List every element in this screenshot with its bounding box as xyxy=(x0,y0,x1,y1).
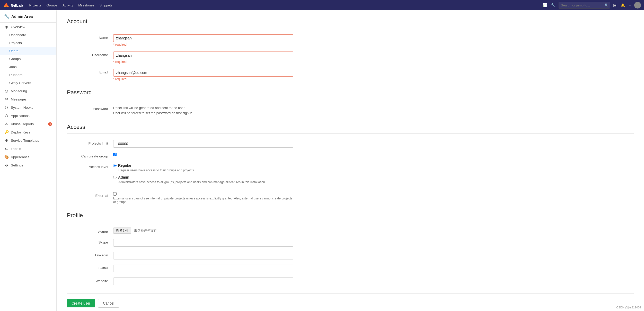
nav-projects[interactable]: Projects xyxy=(27,2,43,8)
search-wrapper: 🔍 xyxy=(559,2,610,9)
sidebar-label-runners: Runners xyxy=(9,73,22,77)
wrench-icon[interactable]: 🔧 xyxy=(550,2,557,8)
sidebar-item-gitaly[interactable]: Gitaly Servers xyxy=(0,79,56,87)
external-checkbox[interactable] xyxy=(113,192,117,196)
sidebar-item-monitoring[interactable]: ◎ Monitoring xyxy=(0,87,56,95)
projects-limit-row: Projects limit xyxy=(67,140,634,148)
twitter-input[interactable] xyxy=(113,265,293,272)
avatar-label: Avatar xyxy=(67,228,113,234)
sidebar-label-appearance: Appearance xyxy=(11,155,30,159)
nav-activity[interactable]: Activity xyxy=(60,2,75,8)
sidebar-label-dashboard: Dashboard xyxy=(9,33,26,37)
nav-icon-c[interactable]: + xyxy=(628,2,632,8)
email-input[interactable] xyxy=(113,69,293,77)
sidebar-label-users: Users xyxy=(9,49,18,53)
abuse-reports-badge: 0 xyxy=(48,122,52,126)
sidebar-item-system-hooks[interactable]: ⛓ System Hooks xyxy=(0,103,56,112)
sidebar-label-messages: Messages xyxy=(11,97,27,101)
linkedin-label: Linkedin xyxy=(67,252,113,257)
sidebar-item-settings[interactable]: ⚙ Settings xyxy=(0,161,56,169)
radio-admin-option: Admin xyxy=(113,175,293,179)
nav-icon-b[interactable]: 🔔 xyxy=(620,2,626,8)
admin-radio-label: Admin xyxy=(118,175,129,179)
sidebar-admin-label: Admin Area xyxy=(11,14,33,19)
create-user-button[interactable]: Create user xyxy=(67,299,95,307)
sidebar-item-projects[interactable]: Projects xyxy=(0,39,56,47)
name-field: * required xyxy=(113,34,293,46)
radio-admin[interactable] xyxy=(113,176,117,179)
website-input[interactable] xyxy=(113,278,293,285)
abuse-reports-icon: ⚠ xyxy=(4,122,9,126)
nav-links: Projects Groups Activity Milestones Snip… xyxy=(27,2,542,8)
password-field: Reset link will be generated and sent to… xyxy=(113,105,293,115)
sidebar-label-groups: Groups xyxy=(9,57,21,61)
avatar-no-file: 未选择任何文件 xyxy=(134,229,157,232)
sidebar-item-service-templates[interactable]: ⚙ Service Templates xyxy=(0,136,56,145)
sidebar-label-settings: Settings xyxy=(11,163,23,167)
projects-limit-input[interactable] xyxy=(113,140,293,148)
twitter-label: Twitter xyxy=(67,265,113,270)
nav-groups[interactable]: Groups xyxy=(44,2,59,8)
main-content: Account Name * required Username * requi… xyxy=(57,10,644,311)
labels-icon: 🏷 xyxy=(4,147,9,151)
sidebar-item-applications[interactable]: ⬡ Applications xyxy=(0,112,56,120)
avatar-file-button[interactable]: 选择文件 xyxy=(113,228,131,234)
sidebar-label-jobs: Jobs xyxy=(9,65,17,69)
cancel-button[interactable]: Cancel xyxy=(98,299,119,308)
external-row: External External users cannot see inter… xyxy=(67,192,634,204)
external-field: External users cannot see internal or pr… xyxy=(113,192,293,204)
brand-logo[interactable]: GitLab xyxy=(3,2,23,8)
sidebar-label-system-hooks: System Hooks xyxy=(11,106,33,110)
user-avatar[interactable] xyxy=(634,2,641,9)
can-create-group-checkbox[interactable] xyxy=(113,153,117,156)
name-input[interactable] xyxy=(113,34,293,42)
profile-title: Profile xyxy=(67,212,634,222)
avatar-row: Avatar 选择文件 未选择任何文件 xyxy=(67,228,634,234)
nav-search-input[interactable] xyxy=(559,2,610,9)
account-title: Account xyxy=(67,18,634,28)
stats-icon[interactable]: 📊 xyxy=(542,2,548,8)
nav-milestones[interactable]: Milestones xyxy=(76,2,96,8)
radio-regular[interactable] xyxy=(113,164,117,167)
nav-snippets[interactable]: Snippets xyxy=(97,2,114,8)
sidebar-item-labels[interactable]: 🏷 Labels xyxy=(0,145,56,153)
can-create-group-field xyxy=(113,153,293,156)
sidebar-item-jobs[interactable]: Jobs xyxy=(0,63,56,71)
skype-input[interactable] xyxy=(113,239,293,247)
sidebar: 🔧 Admin Area ◉ Overview Dashboard Projec… xyxy=(0,10,57,311)
action-bar: Create user Cancel xyxy=(67,293,634,311)
access-section: Access Projects limit Can create group A… xyxy=(67,124,634,204)
sidebar-item-groups[interactable]: Groups xyxy=(0,55,56,63)
sidebar-item-overview[interactable]: ◉ Overview xyxy=(0,23,56,31)
nav-icons: 📊 🔧 🔍 ▣ 🔔 + xyxy=(542,2,641,9)
sidebar-item-messages[interactable]: ✉ Messages xyxy=(0,95,56,103)
avatar-field: 选择文件 未选择任何文件 xyxy=(113,228,293,233)
access-level-label: Access level xyxy=(67,163,113,169)
can-create-group-label: Can create group xyxy=(67,153,113,158)
sidebar-label-labels: Labels xyxy=(11,147,21,151)
sidebar-item-abuse-reports[interactable]: ⚠ Abuse Reports 0 xyxy=(0,120,56,128)
sidebar-item-deploy-keys[interactable]: 🔑 Deploy Keys xyxy=(0,128,56,136)
username-input[interactable] xyxy=(113,52,293,59)
sidebar-label-gitaly: Gitaly Servers xyxy=(9,81,31,85)
sidebar-item-appearance[interactable]: 🎨 Appearance xyxy=(0,153,56,161)
sidebar-item-dashboard[interactable]: Dashboard xyxy=(0,31,56,39)
email-field: * required xyxy=(113,69,293,81)
linkedin-input[interactable] xyxy=(113,252,293,259)
messages-icon: ✉ xyxy=(4,97,9,101)
account-section: Account Name * required Username * requi… xyxy=(67,18,634,81)
regular-desc: Regular users have access to their group… xyxy=(118,169,293,172)
username-row: Username * required xyxy=(67,52,634,64)
username-label: Username xyxy=(67,52,113,57)
website-field xyxy=(113,278,293,285)
website-label: Website xyxy=(67,278,113,283)
monitoring-icon: ◎ xyxy=(4,89,9,93)
sidebar-item-users[interactable]: Users xyxy=(0,47,56,55)
nav-icon-a[interactable]: ▣ xyxy=(612,2,617,8)
settings-icon: ⚙ xyxy=(4,163,9,167)
external-desc: External users cannot see internal or pr… xyxy=(113,197,293,204)
applications-icon: ⬡ xyxy=(4,114,9,118)
sidebar-item-runners[interactable]: Runners xyxy=(0,71,56,79)
radio-regular-option: Regular xyxy=(113,163,293,167)
access-level-field: Regular Regular users have access to the… xyxy=(113,163,293,187)
